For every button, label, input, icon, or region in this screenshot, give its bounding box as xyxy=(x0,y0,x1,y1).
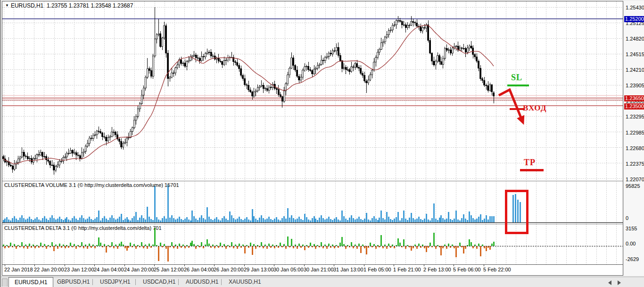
delta-indicator-label: CLUSTERDELTA DELTA 3.1 (© http://my.clus… xyxy=(4,225,162,231)
tab-scroll-left-arrow[interactable] xyxy=(608,280,611,285)
time-axis-label: 2 Feb 13:00 xyxy=(423,267,451,272)
chart-panel: ▼EURUSD,H1 1.23755 1.23781 1.23548 1.236… xyxy=(2,1,623,276)
stop-loss-line[interactable] xyxy=(507,84,529,86)
tab-xauusd-h1[interactable]: XAUUSD,H1 xyxy=(223,277,267,287)
volume-highlight-box[interactable] xyxy=(505,190,528,234)
take-profit-line[interactable] xyxy=(520,169,544,171)
time-axis-label: 22 Jan 20:00 xyxy=(34,267,64,272)
time-axis-label: 5 Feb 22:00 xyxy=(483,267,511,272)
entry-level-dash[interactable] xyxy=(510,108,524,110)
tab-scroll-right-arrow[interactable] xyxy=(618,280,621,285)
tab-eurusd-h1[interactable]: EURUSD,H1 xyxy=(8,277,53,287)
price-badge-blue: 1.25200 xyxy=(624,16,644,22)
time-axis-label: 24 Jan 04:00 xyxy=(94,267,124,272)
price-chart-canvas[interactable] xyxy=(2,1,623,275)
time-axis-label: 26 Jan 04:00 xyxy=(184,267,214,272)
price-tick-label: 1.24515 xyxy=(626,51,644,57)
tab-separator xyxy=(135,279,136,285)
volume-axis-max: 95825 xyxy=(626,183,640,189)
price-tick-label: 1.24820 xyxy=(626,36,644,42)
price-badge-lower: 1.23500 xyxy=(624,103,644,110)
tab-bar-stub xyxy=(2,279,8,287)
price-badge-entry: 1.23650 xyxy=(624,95,644,101)
time-axis-label: 31 Jan 13:00 xyxy=(333,267,363,272)
ohlc-readout: 1.23755 1.23781 1.23548 1.23687 xyxy=(47,2,133,9)
time-axis-label: 1 Feb 05:00 xyxy=(363,267,391,272)
time-axis-label: 25 Jan 12:00 xyxy=(154,267,184,272)
symbol-dropdown-arrow[interactable]: ▼ xyxy=(5,3,9,8)
time-axis-label: 1 Feb 21:00 xyxy=(393,267,421,272)
time-axis-label: 5 Feb 06:00 xyxy=(453,267,481,272)
tab-separator xyxy=(92,279,93,285)
price-tick-label: 1.23295 xyxy=(626,114,644,119)
take-profit-label[interactable]: TP xyxy=(524,158,536,168)
delta-axis-zero: 0.00 xyxy=(626,241,636,246)
price-tick-label: 1.22985 xyxy=(626,130,644,135)
time-axis-label: 24 Jan 20:00 xyxy=(124,267,154,272)
volume-indicator-label: CLUSTERDELTA VOLUME 3.1 (© http://my.clu… xyxy=(4,182,179,188)
stop-loss-label[interactable]: SL xyxy=(511,73,522,83)
tab-usdjpy-h1[interactable]: USDJPY,H1 xyxy=(94,277,136,287)
volume-axis-zero: 0 xyxy=(626,215,628,221)
price-axis[interactable]: 1.254301.251251.248201.245151.242101.239… xyxy=(624,1,644,276)
tab-separator xyxy=(178,279,179,285)
time-axis-label: 26 Jan 20:00 xyxy=(214,267,244,272)
price-tick-label: 1.22680 xyxy=(626,145,644,151)
entry-label[interactable]: ВХОД xyxy=(523,103,546,113)
price-tick-label: 1.24210 xyxy=(626,67,644,73)
delta-axis-max: 3155 xyxy=(626,226,637,231)
price-tick-label: 1.23905 xyxy=(626,83,644,88)
time-axis-label: 29 Jan 13:00 xyxy=(244,267,274,272)
tab-gbpusd-h1[interactable]: GBPUSD,H1 xyxy=(51,277,95,287)
tab-separator xyxy=(221,279,222,285)
mt4-window: ▼EURUSD,H1 1.23755 1.23781 1.23548 1.236… xyxy=(0,0,644,287)
delta-axis-min: -2629 xyxy=(626,256,639,262)
chart-tab-bar: EURUSD,H1GBPUSD,H1USDJPY,H1USDCAD,H1AUDU… xyxy=(1,277,644,287)
price-tick-label: 1.22375 xyxy=(626,161,644,167)
price-tick-label: 1.22070 xyxy=(626,177,644,182)
tab-audusd-h1[interactable]: AUDUSD,H1 xyxy=(180,277,224,287)
symbol-title: EURUSD,H1 xyxy=(11,2,43,9)
time-axis-label: 30 Jan 21:00 xyxy=(304,267,334,272)
price-tick-label: 1.25430 xyxy=(626,5,644,10)
time-axis-label: 22 Jan 2018 xyxy=(4,267,33,272)
time-axis-label: 23 Jan 12:00 xyxy=(64,267,94,272)
time-axis-label: 30 Jan 05:00 xyxy=(273,267,304,272)
tab-usdcad-h1[interactable]: USDCAD,H1 xyxy=(137,277,181,287)
chart-header: ▼EURUSD,H1 1.23755 1.23781 1.23548 1.236… xyxy=(5,2,133,9)
